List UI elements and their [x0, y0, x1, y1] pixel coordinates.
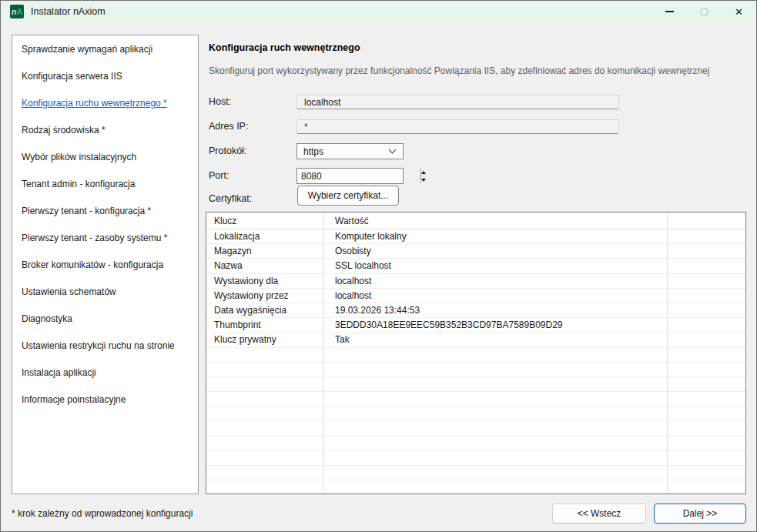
- step-item-serwer-iis: Konfiguracja serwera IIS: [12, 63, 198, 90]
- window-title: Instalator nAxiom: [31, 6, 106, 17]
- table-empty-row: [206, 451, 745, 466]
- step-item-schematy: Ustawienia schematów: [12, 279, 198, 306]
- column-header-wartosc[interactable]: Wartość: [323, 212, 667, 229]
- app-logo-icon: nA: [10, 5, 24, 18]
- choose-certificate-button[interactable]: Wybierz certyfikat...: [297, 186, 399, 206]
- table-row[interactable]: Lokalizacja Komputer lokalny: [206, 229, 745, 244]
- table-empty-row: [206, 348, 745, 363]
- port-label: Port:: [209, 170, 229, 181]
- port-stepper[interactable]: [296, 168, 404, 184]
- table-empty-row: [206, 437, 745, 451]
- step-item-wymagania: Sprawdzanie wymagań aplikacji: [12, 36, 198, 63]
- maximize-button: [687, 1, 722, 22]
- table-row[interactable]: Wystawiony przez localhost: [206, 289, 745, 303]
- certificate-label: Certyfikat:: [209, 193, 252, 204]
- table-row[interactable]: Data wygaśnięcia 19.03.2026 13:44:53: [206, 303, 745, 318]
- step-item-restrykcje: Ustawienia restrykcji ruchu na stronie: [12, 333, 198, 360]
- back-button[interactable]: << Wstecz: [552, 504, 646, 524]
- step-list: Sprawdzanie wymagań aplikacji Konfigurac…: [12, 35, 199, 494]
- footer-note: * krok zależny od wprowadzonej konfigura…: [12, 508, 193, 519]
- page-title: Konfiguracja ruch wewnętrznego: [209, 42, 360, 53]
- step-item-diagnostyka: Diagnostyka: [12, 306, 198, 333]
- table-empty-row: [206, 407, 745, 421]
- titlebar: nA Instalator nAxiom ✕: [1, 1, 756, 22]
- column-separator: [667, 212, 668, 494]
- host-input: [296, 95, 619, 109]
- table-row[interactable]: Nazwa SSL localhost: [206, 259, 745, 273]
- protocol-label: Protokół:: [209, 146, 246, 156]
- protocol-select[interactable]: https: [296, 143, 404, 159]
- table-row[interactable]: Wystawiony dla localhost: [206, 274, 745, 289]
- next-button[interactable]: Dalej >>: [654, 504, 746, 524]
- port-decrement-button[interactable]: [421, 176, 426, 183]
- table-empty-row: [206, 392, 745, 407]
- table-row[interactable]: Thumbprint 3EDDD30A18EE9EEC59B352B3CD97B…: [206, 318, 745, 333]
- ip-input: [296, 119, 619, 134]
- window-controls: ✕: [652, 1, 756, 22]
- step-item-pliki-instalacyjne: Wybór plików instalacyjnych: [12, 144, 198, 171]
- ip-label: Adres IP:: [209, 121, 248, 132]
- step-item-pierwszy-tenant-zasoby: Pierwszy tenant - zasoby systemu *: [12, 225, 198, 252]
- port-increment-button[interactable]: [421, 169, 426, 176]
- table-empty-row: [206, 421, 745, 436]
- step-item-pierwszy-tenant-konfiguracja: Pierwszy tenant - konfiguracja *: [12, 198, 198, 225]
- close-icon: ✕: [735, 6, 743, 18]
- column-separator: [323, 212, 324, 494]
- step-item-instalacja: Instalacja aplikacji: [12, 360, 198, 386]
- certificate-table: Klucz Wartość Lokalizacja Komputer lokal…: [206, 212, 746, 494]
- arrow-up-icon: [421, 171, 426, 174]
- port-spin-buttons: [420, 169, 426, 183]
- step-item-tenant-admin: Tenant admin - konfiguracja: [12, 171, 198, 198]
- table-empty-row: [206, 363, 745, 377]
- chevron-down-icon: [389, 146, 397, 154]
- page-subtitle: Skonfiguruj port wykorzystywany przez fu…: [209, 65, 709, 76]
- table-empty-row: [206, 466, 745, 480]
- installer-window: nA Instalator nAxiom ✕ Sprawdzanie wymag…: [0, 0, 757, 532]
- table-empty-row: [206, 480, 745, 494]
- table-row[interactable]: Magazyn Osobisty: [206, 244, 745, 259]
- table-empty-row: [206, 377, 745, 392]
- step-item-broker: Broker komunikatów - konfiguracja: [12, 252, 198, 279]
- protocol-selected-value: https: [303, 146, 390, 157]
- host-label: Host:: [209, 96, 231, 107]
- close-button[interactable]: ✕: [722, 1, 756, 22]
- maximize-icon: [701, 8, 708, 15]
- minimize-icon: [665, 11, 674, 12]
- step-item-rodzaj-srodowiska: Rodzaj środowiska *: [12, 117, 198, 144]
- column-header-klucz[interactable]: Klucz: [206, 212, 323, 229]
- minimize-button[interactable]: [652, 1, 687, 22]
- port-input[interactable]: [297, 169, 420, 183]
- step-item-informacje: Informacje poinstalacyjne: [12, 386, 198, 413]
- arrow-down-icon: [421, 179, 426, 182]
- table-row[interactable]: Klucz prywatny Tak: [206, 333, 745, 347]
- step-item-ruch-wewnetrzny[interactable]: Konfiguracja ruchu wewnętrznego *: [12, 90, 198, 117]
- table-header-row: Klucz Wartość: [206, 212, 745, 229]
